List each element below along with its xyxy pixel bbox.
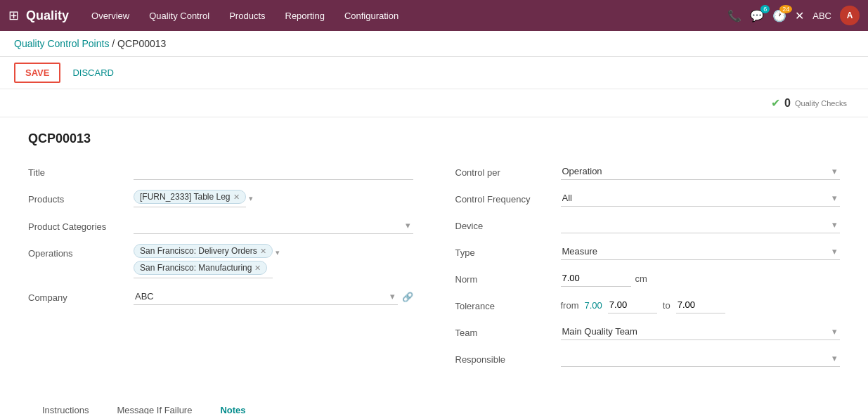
field-row-control-per: Control per Operation (455, 163, 841, 180)
operations-value: San Francisco: Delivery Orders ✕ San Fra… (134, 244, 413, 278)
company-label: Company (28, 288, 134, 303)
nav-products[interactable]: Products (221, 6, 273, 25)
breadcrumb-parent[interactable]: Quality Control Points (14, 38, 109, 49)
company-select-wrapper: ABC (134, 288, 398, 305)
quality-checks-stat[interactable]: ✔ 0 Quality Checks (771, 96, 847, 110)
field-row-responsible: Responsible (455, 350, 841, 367)
tolerance-value: from 7.00 to (561, 297, 841, 313)
control-frequency-select[interactable]: All (561, 190, 841, 207)
operation-tag-remove-0[interactable]: ✕ (260, 247, 266, 256)
products-tag-list: [FURN_2333] Table Leg ✕ (134, 190, 246, 207)
device-select-wrapper (561, 216, 841, 233)
title-value (134, 163, 413, 180)
product-tag-remove[interactable]: ✕ (233, 193, 240, 202)
product-tag-0: [FURN_2333] Table Leg ✕ (134, 190, 246, 204)
nav-configuration[interactable]: Configuration (336, 6, 407, 25)
type-value: Measure (561, 243, 841, 260)
field-row-control-frequency: Control Frequency All (455, 190, 841, 207)
team-value: Main Quality Team (561, 323, 841, 340)
type-select[interactable]: Measure (561, 243, 841, 260)
user-label: ABC (812, 11, 831, 21)
operations-tag-list: San Francisco: Delivery Orders ✕ San Fra… (134, 244, 273, 278)
field-row-device: Device (455, 216, 841, 233)
form-right: Control per Operation Control Frequency (455, 163, 841, 377)
chat-icon[interactable]: 💬 6 (750, 9, 764, 22)
team-select[interactable]: Main Quality Team (561, 323, 841, 340)
record-id: QCP00013 (28, 131, 840, 146)
device-select[interactable] (561, 216, 841, 233)
norm-input[interactable] (561, 270, 631, 287)
control-per-select-wrapper: Operation (561, 163, 841, 180)
clock-icon[interactable]: 🕐 24 (772, 9, 786, 22)
device-label: Device (455, 216, 561, 231)
control-per-label: Control per (455, 163, 561, 178)
close-icon[interactable]: ✕ (795, 9, 804, 22)
type-select-wrapper: Measure (561, 243, 841, 260)
operations-dropdown-arrow[interactable]: ▾ (276, 244, 280, 257)
norm-label: Norm (455, 270, 561, 285)
field-row-product-categories: Product Categories (28, 217, 413, 234)
nav-quality-control[interactable]: Quality Control (141, 6, 218, 25)
device-value (561, 216, 841, 233)
tolerance-to-label: to (663, 300, 671, 311)
control-frequency-select-wrapper: All (561, 190, 841, 207)
nav-overview[interactable]: Overview (83, 6, 138, 25)
norm-value: cm (561, 270, 841, 287)
company-row-value: ABC 🔗 (134, 288, 413, 305)
action-bar: SAVE DISCARD (0, 57, 868, 89)
check-icon: ✔ (771, 96, 780, 110)
operation-tag-label-1: San Francisco: Manufacturing (140, 263, 252, 273)
tabs-bar: Instructions Message If Failure Notes (28, 398, 840, 414)
product-tag-label: [FURN_2333] Table Leg (140, 192, 231, 202)
save-button[interactable]: SAVE (14, 63, 60, 83)
product-categories-select-wrapper (134, 217, 413, 234)
tab-message-if-failure[interactable]: Message If Failure (103, 398, 206, 414)
operation-tag-remove-1[interactable]: ✕ (254, 264, 261, 273)
company-external-link-icon[interactable]: 🔗 (402, 292, 413, 302)
products-dropdown-arrow[interactable]: ▾ (249, 190, 253, 203)
title-input[interactable] (134, 163, 413, 180)
operations-tag-list-wrapper: San Francisco: Delivery Orders ✕ San Fra… (134, 244, 413, 278)
products-tag-list-wrapper: [FURN_2333] Table Leg ✕ ▾ (134, 190, 413, 207)
responsible-select-wrapper (561, 350, 841, 367)
company-value: ABC 🔗 (134, 288, 413, 305)
nav-menu: Overview Quality Control Products Report… (83, 6, 727, 25)
form-card: ✔ 0 Quality Checks QCP00013 Title (0, 89, 868, 414)
responsible-select[interactable] (561, 350, 841, 367)
grid-icon[interactable]: ⊞ (8, 8, 19, 23)
tab-notes[interactable]: Notes (206, 398, 259, 414)
avatar: A (840, 6, 860, 25)
field-row-team: Team Main Quality Team (455, 323, 841, 340)
tab-instructions[interactable]: Instructions (28, 398, 103, 414)
norm-row: cm (561, 270, 841, 287)
form-left: Title Products [FURN_2333] Ta (28, 163, 413, 377)
app-brand: Quality (26, 8, 69, 23)
product-categories-select[interactable] (134, 217, 413, 234)
field-row-type: Type Measure (455, 243, 841, 260)
team-select-wrapper: Main Quality Team (561, 323, 841, 340)
breadcrumb: Quality Control Points / QCP00013 (0, 31, 868, 57)
phone-icon[interactable]: 📞 (727, 9, 741, 22)
control-per-select[interactable]: Operation (561, 163, 841, 180)
title-label: Title (28, 163, 134, 178)
field-row-norm: Norm cm (455, 270, 841, 287)
main-content: ✔ 0 Quality Checks QCP00013 Title (0, 89, 868, 414)
field-row-tolerance: Tolerance from 7.00 to (455, 297, 841, 313)
responsible-value (561, 350, 841, 367)
breadcrumb-current: QCP00013 (117, 38, 166, 49)
nav-reporting[interactable]: Reporting (277, 6, 333, 25)
tolerance-to-input[interactable] (676, 297, 725, 313)
form-columns: Title Products [FURN_2333] Ta (28, 163, 840, 377)
field-row-company: Company ABC 🔗 (28, 288, 413, 305)
field-row-title: Title (28, 163, 413, 180)
form-body: QCP00013 Title Products (0, 117, 868, 414)
company-select[interactable]: ABC (134, 288, 398, 305)
tolerance-from-input[interactable] (608, 297, 657, 313)
responsible-label: Responsible (455, 350, 561, 365)
field-row-operations: Operations San Francisco: Delivery Order… (28, 244, 413, 278)
products-label: Products (28, 190, 134, 205)
type-label: Type (455, 243, 561, 258)
quality-checks-label: Quality Checks (795, 99, 847, 108)
tolerance-row: from 7.00 to (561, 297, 841, 313)
discard-button[interactable]: DISCARD (69, 64, 117, 82)
